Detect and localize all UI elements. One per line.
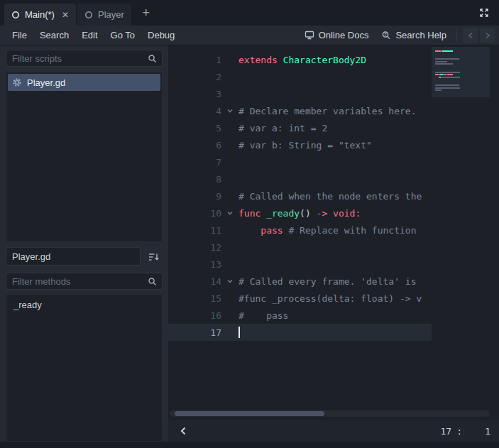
menu-debug[interactable]: Debug	[141, 30, 181, 40]
sort-methods-button[interactable]	[145, 251, 163, 263]
line-number[interactable]: 7	[168, 157, 221, 168]
menu-bar: File Search Edit Go To Debug Online Docs…	[0, 26, 499, 45]
code-line[interactable]: 13	[168, 256, 432, 273]
search-icon	[148, 277, 157, 286]
expand-window-button[interactable]	[476, 4, 493, 21]
code-line[interactable]: 5# var a: int = 2	[168, 119, 432, 136]
line-number[interactable]: 11	[168, 225, 221, 236]
fold-arrow-icon[interactable]	[221, 278, 238, 285]
tab-label: Main(*)	[25, 9, 55, 20]
line-number[interactable]: 8	[168, 174, 221, 185]
line-number[interactable]: 10	[168, 208, 221, 219]
menu-goto[interactable]: Go To	[104, 30, 141, 40]
history-forward-button[interactable]	[480, 28, 495, 43]
online-docs-button[interactable]: Online Docs	[298, 30, 375, 40]
close-tab-icon[interactable]: ✕	[62, 10, 69, 20]
caret-line: 17	[441, 426, 452, 437]
code-line[interactable]: 12	[168, 239, 432, 256]
line-number[interactable]: 15	[168, 293, 221, 304]
code-line[interactable]: 2	[168, 68, 432, 85]
code-line[interactable]: 17	[168, 324, 432, 341]
line-number[interactable]: 1	[168, 55, 221, 65]
code-text: # var a: int = 2	[238, 123, 432, 133]
menu-divider	[456, 30, 457, 41]
nav-forward-icon	[485, 32, 490, 39]
tab-main[interactable]: Main(*) ✕	[4, 4, 76, 26]
code-text: # Declare member variables here.	[238, 106, 432, 116]
filter-methods-field	[6, 273, 163, 290]
code-line[interactable]: 7	[168, 153, 432, 170]
code-text: #func _process(delta: float) -> v	[238, 293, 432, 304]
line-number[interactable]: 3	[168, 89, 221, 99]
method-list-item[interactable]: _ready	[8, 297, 160, 312]
add-tab-button[interactable]: +	[138, 4, 155, 21]
collapse-panel-button[interactable]	[177, 425, 190, 437]
sort-methods-icon	[148, 252, 160, 262]
history-back-button[interactable]	[463, 28, 478, 43]
code-line[interactable]: 9# Called when the node enters the	[168, 187, 432, 204]
line-number[interactable]: 17	[168, 327, 221, 338]
tab-label: Player	[98, 9, 124, 20]
code-editor[interactable]: 1extends CharacterBody2D234# Declare mem…	[168, 45, 499, 442]
code-line[interactable]: 1extends CharacterBody2D	[168, 51, 432, 68]
code-text: # Called every frame. 'delta' is	[238, 276, 432, 287]
line-number[interactable]: 5	[168, 123, 221, 133]
horizontal-scrollbar[interactable]	[170, 410, 490, 417]
horizontal-scrollbar-thumb[interactable]	[175, 411, 324, 416]
line-number[interactable]: 14	[168, 276, 221, 287]
vertical-scrollbar[interactable]	[490, 45, 499, 410]
filter-scripts-input[interactable]	[6, 53, 148, 64]
line-number[interactable]: 16	[168, 310, 221, 321]
search-help-button[interactable]: Search Help	[375, 30, 453, 40]
code-line[interactable]: 16# pass	[168, 307, 432, 324]
filter-methods-input[interactable]	[6, 276, 148, 287]
code-line[interactable]: 3	[168, 85, 432, 102]
line-number[interactable]: 12	[168, 242, 221, 253]
line-number[interactable]: 9	[168, 191, 221, 202]
menu-search[interactable]: Search	[33, 30, 75, 40]
gear-icon	[12, 77, 22, 87]
editor-status-bar: 17 : 1	[168, 420, 499, 442]
code-line[interactable]: 6# var b: String = "text"	[168, 136, 432, 153]
scene-tab-bar: Main(*) ✕ Player +	[0, 0, 499, 26]
code-minimap[interactable]	[432, 47, 490, 97]
line-number[interactable]: 6	[168, 140, 221, 151]
fold-arrow-icon[interactable]	[221, 107, 238, 114]
minimap-content	[435, 50, 486, 94]
code-line[interactable]: 8	[168, 170, 432, 187]
code-text: extends CharacterBody2D	[238, 55, 432, 65]
line-number[interactable]: 4	[168, 106, 221, 116]
search-help-label: Search Help	[395, 30, 446, 40]
nav-back-icon	[468, 32, 473, 39]
collapse-panel-icon	[180, 426, 187, 436]
code-line[interactable]: 11 pass # Replace with function	[168, 222, 432, 239]
code-line[interactable]: 15#func _process(delta: float) -> v	[168, 290, 432, 307]
caret-column: 1	[462, 426, 490, 437]
scene-circle-icon	[84, 11, 93, 19]
code-lines: 1extends CharacterBody2D234# Declare mem…	[168, 51, 432, 341]
script-list-item[interactable]: Player.gd	[8, 74, 160, 91]
code-text: func _ready() -> void:	[238, 208, 432, 219]
script-name: Player.gd	[27, 77, 65, 88]
code-text: # var b: String = "text"	[238, 140, 432, 151]
online-docs-icon	[305, 31, 314, 40]
code-text: # Called when the node enters the	[238, 191, 432, 202]
menu-edit[interactable]: Edit	[75, 30, 104, 40]
menu-file[interactable]: File	[6, 30, 33, 40]
line-number[interactable]: 2	[168, 72, 221, 82]
script-path-input[interactable]	[6, 251, 140, 262]
fold-arrow-icon[interactable]	[221, 209, 238, 217]
search-icon	[148, 54, 157, 63]
code-text: pass # Replace with function	[238, 225, 432, 236]
script-path-field	[6, 247, 141, 266]
code-line[interactable]: 14# Called every frame. 'delta' is	[168, 273, 432, 290]
code-text: # pass	[238, 310, 432, 321]
filter-scripts-field	[6, 50, 163, 67]
code-line[interactable]: 4# Declare member variables here.	[168, 102, 432, 119]
caret-separator: :	[456, 426, 462, 437]
code-line[interactable]: 10func _ready() -> void:	[168, 204, 432, 222]
tab-player[interactable]: Player	[77, 4, 131, 26]
online-docs-label: Online Docs	[319, 30, 369, 40]
code-text	[238, 327, 432, 338]
line-number[interactable]: 13	[168, 259, 221, 270]
